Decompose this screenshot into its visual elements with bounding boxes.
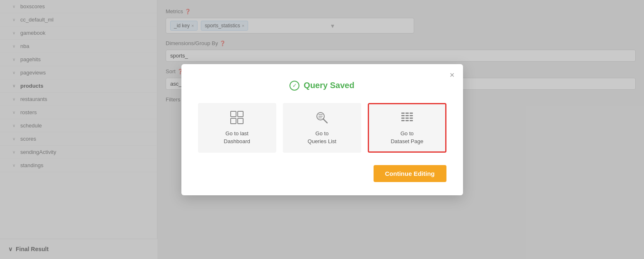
svg-rect-3 (238, 118, 243, 124)
svg-rect-11 (410, 113, 413, 114)
svg-line-5 (323, 119, 327, 123)
svg-rect-0 (231, 111, 236, 117)
svg-rect-12 (401, 115, 405, 116)
modal-title: Query Saved (304, 81, 354, 90)
svg-rect-20 (410, 120, 413, 121)
continue-editing-button[interactable]: Continue Editing (374, 165, 446, 182)
svg-rect-16 (405, 118, 409, 119)
svg-rect-17 (410, 118, 413, 119)
svg-rect-10 (405, 113, 409, 114)
svg-rect-18 (401, 120, 405, 121)
modal-close-button[interactable]: × (450, 71, 455, 79)
modal-title-row: ✓ Query Saved (198, 81, 446, 91)
goto-dataset-option[interactable]: Go toDataset Page (368, 103, 446, 153)
svg-rect-1 (238, 111, 243, 117)
goto-dashboard-option[interactable]: Go to lastDashboard (198, 103, 276, 153)
svg-rect-2 (231, 118, 236, 124)
modal-footer: Continue Editing (198, 165, 446, 182)
queries-icon (314, 110, 329, 125)
svg-rect-13 (405, 115, 409, 116)
svg-rect-15 (401, 118, 405, 119)
dataset-icon (400, 110, 415, 125)
query-saved-modal: × ✓ Query Saved Go to lastDashboard (181, 64, 463, 195)
queries-option-label: Go toQueries List (308, 130, 336, 145)
dashboard-option-label: Go to lastDashboard (224, 130, 250, 145)
check-icon: ✓ (289, 81, 299, 91)
dashboard-icon (229, 110, 244, 125)
svg-rect-14 (410, 115, 413, 116)
modal-options: Go to lastDashboard Go toQueries List (198, 103, 446, 153)
svg-rect-19 (405, 120, 409, 121)
modal-overlay: × ✓ Query Saved Go to lastDashboard (0, 0, 644, 259)
goto-queries-option[interactable]: Go toQueries List (283, 103, 361, 153)
svg-rect-9 (401, 113, 405, 114)
dataset-option-label: Go toDataset Page (391, 130, 423, 145)
